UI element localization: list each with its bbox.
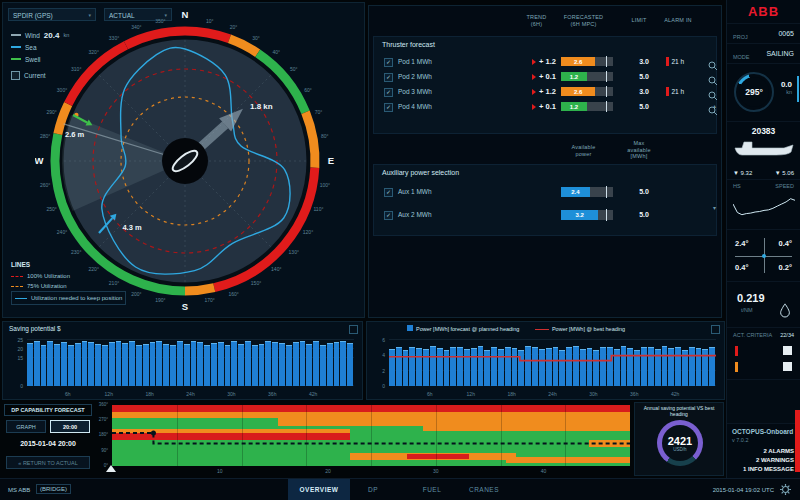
tab-overview[interactable]: OVERVIEW bbox=[288, 479, 350, 500]
row-checkbox[interactable]: ✓ bbox=[384, 73, 393, 82]
current-box-icon bbox=[11, 71, 20, 80]
alarm-strip bbox=[795, 410, 800, 472]
sidebar-spacer bbox=[727, 380, 800, 424]
row-name: Pod 2 MWh bbox=[398, 73, 432, 80]
info-count[interactable]: 1 INFO MESSAGE bbox=[743, 466, 794, 472]
expand-icon[interactable] bbox=[349, 325, 358, 334]
x-tick-label: 30h bbox=[589, 391, 597, 397]
svg-text:280°: 280° bbox=[40, 133, 50, 139]
mode-value: SAILING bbox=[766, 44, 794, 64]
gear-icon[interactable] bbox=[780, 484, 791, 495]
power-forecast-panel: Power [MWh] forecast @ planned heading P… bbox=[366, 321, 725, 400]
alarm-count[interactable]: 2 ALARMS bbox=[764, 448, 794, 454]
x-tick-label: 42h bbox=[671, 391, 679, 397]
available-power-bar: 3.2 bbox=[561, 210, 613, 220]
svg-text:W: W bbox=[35, 155, 44, 166]
tab-cranes[interactable]: CRANES bbox=[462, 479, 506, 500]
speed-value: 0.0 bbox=[781, 80, 792, 89]
x-tick-label: 6h bbox=[427, 391, 433, 397]
status-bar: MS ABB (BRIDGE) OVERVIEWDPFUELCRANES 201… bbox=[0, 478, 800, 500]
svg-text:20°: 20° bbox=[230, 24, 238, 30]
row-checkbox[interactable]: ✓ bbox=[384, 103, 393, 112]
row-checkbox[interactable]: ✓ bbox=[384, 58, 393, 67]
trend-value: + 0.1 bbox=[502, 102, 556, 111]
lines-legend-label: Utilization needed to keep position bbox=[31, 295, 122, 301]
y-tick-label: 20 bbox=[9, 346, 23, 352]
saving-chart-title: Saving potential $ bbox=[9, 325, 61, 332]
criteria-red-toggle[interactable] bbox=[783, 346, 792, 355]
attitude-bl: 0.4° bbox=[735, 263, 748, 272]
svg-text:4.3 m: 4.3 m bbox=[122, 223, 142, 232]
row-name: Aux 1 MWh bbox=[398, 188, 432, 195]
svg-text:170°: 170° bbox=[204, 297, 214, 303]
fuel-value: 0.219 bbox=[737, 292, 765, 304]
graph-button[interactable]: GRAPH bbox=[6, 420, 46, 433]
forecast-bar: 2.6 bbox=[561, 87, 613, 96]
svg-text:40°: 40° bbox=[272, 49, 280, 55]
row-name: Pod 1 MWh bbox=[398, 58, 432, 65]
criteria-count: 22/34 bbox=[780, 332, 794, 338]
svg-text:250°: 250° bbox=[46, 206, 56, 212]
scroll-up-icon[interactable]: ▴ bbox=[713, 102, 716, 109]
warning-count[interactable]: 2 WARNINGS bbox=[756, 457, 794, 463]
time-button[interactable]: 20:00 bbox=[50, 420, 90, 433]
magnifier-icon[interactable] bbox=[708, 72, 718, 82]
criteria-section: ACT. CRITERIA 22/34 bbox=[727, 328, 800, 380]
gauge-unit: USD/h bbox=[673, 447, 686, 452]
tab-dp[interactable]: DP bbox=[358, 479, 388, 500]
alarm-column-header: ALARM IN bbox=[657, 17, 699, 24]
criteria-orange-toggle[interactable] bbox=[783, 362, 792, 371]
svg-text:230°: 230° bbox=[71, 249, 81, 255]
heatmap-y-label: 360° bbox=[86, 402, 108, 407]
row-checkbox[interactable]: ✓ bbox=[384, 188, 393, 197]
expand-icon[interactable] bbox=[711, 325, 720, 334]
svg-text:330°: 330° bbox=[109, 35, 119, 41]
svg-text:110°: 110° bbox=[313, 206, 323, 212]
svg-text:50°: 50° bbox=[290, 66, 298, 72]
gauge-title: Annual saving potential VS best heading bbox=[637, 405, 721, 417]
scroll-down-icon[interactable]: ▾ bbox=[713, 204, 716, 211]
lines-legend-item-highlight[interactable]: Utilization needed to keep position bbox=[11, 291, 126, 305]
heatmap-y-label: 0° bbox=[86, 463, 108, 468]
svg-text:340°: 340° bbox=[131, 24, 141, 30]
magnifier-icon[interactable] bbox=[708, 57, 718, 67]
row-name: Aux 2 MWh bbox=[398, 211, 432, 218]
attitude-center-dot bbox=[762, 254, 766, 258]
bar-legend-icon bbox=[407, 325, 413, 331]
heatmap-y-label: 270° bbox=[86, 417, 108, 422]
row-checkbox[interactable]: ✓ bbox=[384, 211, 393, 220]
ship-icon bbox=[732, 138, 796, 158]
limit-value: 5.0 bbox=[628, 73, 660, 80]
attitude-br: 0.2° bbox=[779, 263, 792, 272]
forecast-date: 2015-01-04 20:00 bbox=[2, 440, 94, 447]
criteria-red-bar bbox=[735, 346, 738, 356]
alert-flag-icon bbox=[532, 74, 536, 80]
draft-fore: ▼ 9.32 bbox=[733, 170, 752, 176]
line-legend-label: Power [MWh] @ best heading bbox=[552, 326, 625, 332]
svg-text:310°: 310° bbox=[71, 66, 81, 72]
svg-text:260°: 260° bbox=[40, 182, 50, 188]
trend-value: + 1.2 bbox=[502, 57, 556, 66]
svg-text:60°: 60° bbox=[304, 87, 312, 93]
alert-flag-icon bbox=[532, 89, 536, 95]
limit-column-header: LIMIT bbox=[621, 17, 657, 24]
tab-fuel[interactable]: FUEL bbox=[414, 479, 450, 500]
row-checkbox[interactable]: ✓ bbox=[384, 88, 393, 97]
magnifier-icon[interactable] bbox=[708, 87, 718, 97]
dashboard-screen: SPDIR (GPS) ▾ ACTUAL ▾ Wind 20.4 kn Sea … bbox=[0, 0, 800, 500]
svg-text:350°: 350° bbox=[155, 18, 165, 24]
svg-text:240°: 240° bbox=[57, 229, 67, 235]
criteria-label: ACT. CRITERIA bbox=[733, 332, 772, 338]
return-to-actual-button[interactable]: « RETURN TO ACTUAL bbox=[6, 456, 90, 469]
saving-potential-panel: Saving potential $ 25201506h12h18h24h30h… bbox=[2, 321, 363, 400]
alert-flag-icon bbox=[532, 59, 536, 65]
svg-text:30°: 30° bbox=[252, 35, 260, 41]
thruster-row: ✓Pod 1 MWh+ 1.22.63.021 h bbox=[374, 55, 716, 70]
bar-legend-label: Power [MWh] forecast @ planned heading bbox=[416, 326, 519, 332]
aux-row: ✓Aux 1 MWh2.45.0 bbox=[374, 185, 716, 200]
fuel-unit: t/NM bbox=[741, 307, 753, 313]
svg-text:2.6 m: 2.6 m bbox=[65, 130, 85, 139]
y-tick-label: 4 bbox=[371, 352, 385, 358]
mode-label: MODE bbox=[733, 54, 750, 60]
time-marker-icon[interactable] bbox=[106, 465, 116, 472]
